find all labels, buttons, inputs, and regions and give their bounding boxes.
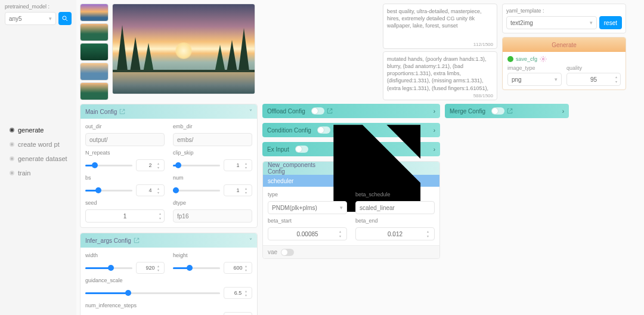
dtype-input[interactable]: fp16	[173, 209, 252, 223]
negative-prompt[interactable]: mutated hands, (poorly drawn hands:1.3),…	[383, 51, 497, 100]
beta-schedule-select[interactable]: scaled_linear	[355, 201, 435, 214]
main-config-panel: Main Config ˅ out_dir output/ N_repeats …	[80, 104, 258, 228]
thumbnail-3[interactable]	[80, 43, 109, 61]
seed-input[interactable]: 1▴▾	[85, 209, 165, 223]
thumbnail-2[interactable]	[80, 23, 109, 41]
num-value[interactable]: 1▴▾	[224, 184, 252, 196]
chevron-down-icon: ▾	[590, 20, 593, 26]
beta-start-input[interactable]: 0.00085▴▾	[268, 227, 347, 240]
steps-value[interactable]: 40▴▾	[224, 312, 252, 315]
tab-generate-dataset[interactable]: generate dataset	[10, 155, 72, 162]
height-value[interactable]: 600▴▾	[224, 262, 252, 274]
search-icon	[61, 15, 69, 22]
thumbnail-strip	[80, 4, 109, 100]
merge-toggle[interactable]	[491, 107, 504, 115]
chevron-down-icon: ▾	[340, 205, 343, 211]
sidebar: pretrained_model : any5 ▾ generate creat…	[0, 0, 76, 315]
new-components-header[interactable]: New_components Config	[263, 162, 439, 175]
search-button[interactable]	[58, 12, 72, 25]
clip-skip-value[interactable]: 1▴▾	[224, 159, 252, 171]
width-value[interactable]: 920▴▾	[136, 262, 165, 274]
main-config-header[interactable]: Main Config ˅	[80, 104, 257, 119]
num-slider[interactable]	[173, 186, 220, 194]
guidance-scale-value[interactable]: 6.5▴▾	[224, 287, 252, 299]
infer-args-panel: Infer_args Config ˅ width 920▴▾ height	[80, 233, 258, 315]
svg-point-2	[543, 58, 544, 60]
tab-generate[interactable]: generate	[10, 126, 72, 134]
infer-args-header[interactable]: Infer_args Config ˅	[80, 233, 257, 248]
ex-toggle[interactable]	[295, 146, 308, 153]
gear-icon[interactable]	[540, 55, 547, 63]
chevron-down-icon: ˅	[249, 237, 252, 244]
width-slider[interactable]	[85, 264, 132, 272]
offload-toggle[interactable]	[311, 107, 324, 115]
merge-config-bar[interactable]: Merge Config ›	[445, 104, 569, 118]
clip-skip-slider[interactable]	[173, 161, 220, 169]
main-area: best quality, ultra-detailed, masterpiec…	[76, 0, 644, 315]
reset-button[interactable]: reset	[599, 16, 622, 29]
new-components-panel: New_components Config scheduler type PND…	[262, 161, 440, 259]
n-repeats-slider[interactable]	[85, 161, 132, 169]
beta-end-input[interactable]: 0.012▴▾	[355, 227, 435, 240]
svg-point-0	[63, 16, 66, 20]
thumbnail-5[interactable]	[80, 82, 109, 100]
yaml-template-box: yaml_template : text2img▾ reset	[502, 4, 626, 33]
external-link-icon	[134, 237, 140, 243]
external-link-icon	[507, 108, 513, 114]
yaml-template-select[interactable]: text2img▾	[506, 16, 597, 29]
positive-prompt[interactable]: best quality, ultra-detailed, masterpiec…	[383, 4, 497, 49]
bs-slider[interactable]	[85, 186, 132, 194]
n-repeats-value[interactable]: 2▴▾	[136, 159, 165, 171]
external-link-icon	[119, 109, 125, 115]
pretrained-model-select[interactable]: any5 ▾	[5, 12, 56, 25]
thumbnail-1[interactable]	[80, 4, 109, 21]
scheduler-type-select[interactable]: PNDM(plk+plms)▾	[268, 201, 347, 214]
bs-value[interactable]: 4▴▾	[136, 184, 165, 196]
emb-dir-input[interactable]: embs/	[173, 133, 252, 146]
svg-line-1	[66, 20, 68, 21]
generate-card: Generate save_cfg image_type png▾	[502, 37, 626, 90]
tab-train[interactable]: train	[10, 169, 72, 177]
pretrained-model-label: pretrained_model :	[5, 4, 72, 10]
thumbnail-4[interactable]	[80, 63, 109, 81]
chevron-down-icon: ˅	[249, 109, 252, 115]
chevron-down-icon: ▾	[555, 76, 558, 82]
generate-button[interactable]: Generate	[503, 38, 626, 52]
vae-bar[interactable]: vae	[263, 245, 439, 258]
positive-counter: 112/1500	[473, 42, 493, 47]
guidance-scale-slider[interactable]	[85, 289, 220, 297]
chevron-down-icon: ▾	[49, 16, 52, 21]
negative-counter: 588/1500	[473, 93, 493, 98]
condition-toggle[interactable]	[317, 126, 330, 134]
image-type-select[interactable]: png▾	[507, 73, 562, 86]
chevron-right-icon: ›	[562, 108, 564, 115]
vae-toggle[interactable]	[281, 249, 294, 256]
out-dir-input[interactable]: output/	[85, 133, 165, 146]
quality-input[interactable]: 95▴▾	[566, 73, 621, 86]
height-slider[interactable]	[173, 264, 220, 272]
tab-create-word-pt[interactable]: create word pt	[10, 141, 72, 148]
preview-image[interactable]	[112, 4, 255, 94]
save-cfg-checkbox[interactable]	[507, 56, 513, 62]
